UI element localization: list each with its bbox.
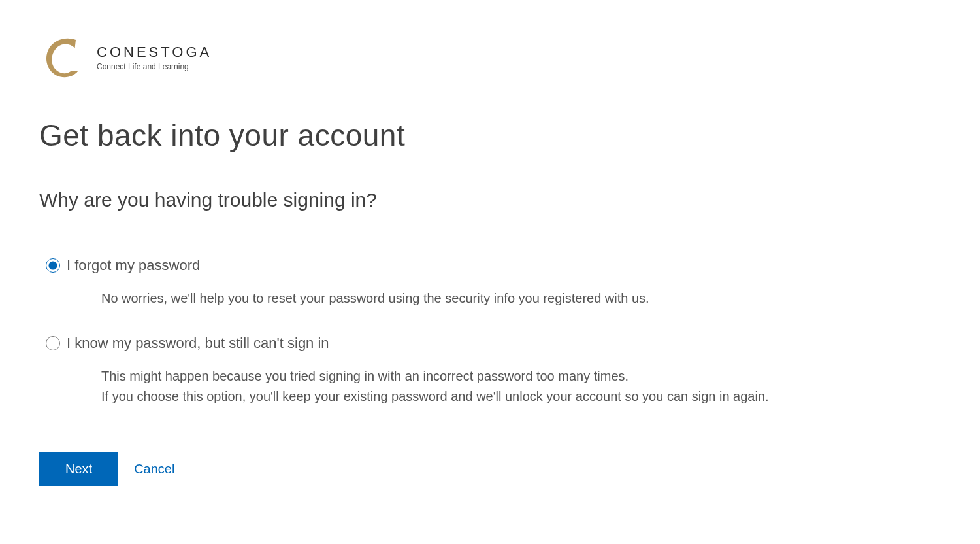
option-forgot-password: I forgot my password No worries, we'll h…	[39, 257, 941, 309]
description-know-password: This might happen because you tried sign…	[101, 366, 941, 407]
label-know-password[interactable]: I know my password, but still can't sign…	[67, 335, 329, 352]
label-forgot-password[interactable]: I forgot my password	[67, 257, 200, 274]
logo-area: CONESTOGA Connect Life and Learning	[39, 33, 941, 82]
next-button[interactable]: Next	[39, 452, 118, 486]
option-know-password: I know my password, but still can't sign…	[39, 335, 941, 407]
logo-name: CONESTOGA	[97, 44, 212, 61]
cancel-button[interactable]: Cancel	[134, 462, 174, 477]
radio-forgot-password[interactable]	[46, 258, 60, 273]
action-bar: Next Cancel	[39, 452, 941, 486]
subtitle: Why are you having trouble signing in?	[39, 189, 941, 211]
conestoga-logo-icon	[39, 33, 85, 82]
radio-know-password[interactable]	[46, 336, 60, 350]
logo-tagline: Connect Life and Learning	[97, 62, 212, 71]
logo-text: CONESTOGA Connect Life and Learning	[97, 44, 212, 71]
description-forgot-password: No worries, we'll help you to reset your…	[101, 288, 941, 309]
page-title: Get back into your account	[39, 118, 941, 153]
